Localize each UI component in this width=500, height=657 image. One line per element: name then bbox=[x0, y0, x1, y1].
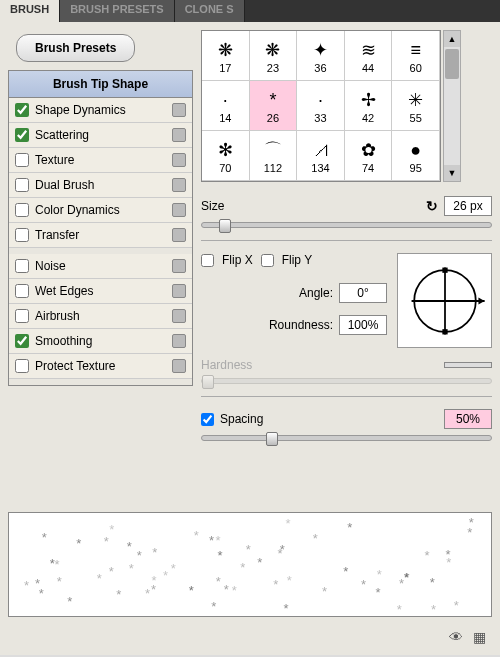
angle-widget[interactable] bbox=[397, 253, 492, 348]
swatch-glyph-icon: ≡ bbox=[410, 38, 421, 62]
spacing-slider[interactable] bbox=[201, 435, 492, 441]
spacing-input[interactable]: 50% bbox=[444, 409, 492, 429]
brush-tip-shape-header[interactable]: Brush Tip Shape bbox=[9, 71, 192, 98]
tab-brush[interactable]: BRUSH bbox=[0, 0, 60, 22]
swatch-size: 55 bbox=[410, 112, 422, 124]
brush-swatch[interactable]: ✻70 bbox=[202, 131, 250, 181]
brush-swatch[interactable]: ·33 bbox=[297, 81, 345, 131]
lock-icon[interactable] bbox=[172, 359, 186, 373]
brush-swatch[interactable]: ≋44 bbox=[345, 31, 393, 81]
swatch-glyph-icon: * bbox=[269, 88, 276, 112]
preview-dot: * bbox=[397, 602, 402, 617]
option-checkbox[interactable] bbox=[15, 284, 29, 298]
preview-dot: * bbox=[129, 561, 134, 576]
option-label: Wet Edges bbox=[35, 284, 93, 298]
lock-icon[interactable] bbox=[172, 309, 186, 323]
option-label: Color Dynamics bbox=[35, 203, 120, 217]
brush-swatch-grid[interactable]: ❋17❋23✦36≋44≡60·14*26·33✢42✳55✻70⌒112⩘13… bbox=[201, 30, 441, 182]
tab-clone-source[interactable]: CLONE S bbox=[175, 0, 245, 22]
lock-icon[interactable] bbox=[172, 259, 186, 273]
scroll-thumb[interactable] bbox=[445, 49, 459, 79]
swatch-glyph-icon: ✦ bbox=[313, 38, 328, 62]
roundness-label: Roundness: bbox=[269, 318, 333, 332]
lock-icon[interactable] bbox=[172, 284, 186, 298]
option-dual-brush[interactable]: Dual Brush bbox=[9, 173, 192, 198]
brush-swatch[interactable]: ❋23 bbox=[250, 31, 298, 81]
option-smoothing[interactable]: Smoothing bbox=[9, 329, 192, 354]
swatch-scrollbar[interactable]: ▲ ▼ bbox=[443, 30, 461, 182]
roundness-input[interactable]: 100% bbox=[339, 315, 387, 335]
preview-dot: * bbox=[97, 571, 102, 586]
reset-size-icon[interactable]: ↻ bbox=[426, 198, 438, 214]
preview-dot: * bbox=[55, 557, 60, 572]
lock-icon[interactable] bbox=[172, 153, 186, 167]
option-checkbox[interactable] bbox=[15, 228, 29, 242]
option-checkbox[interactable] bbox=[15, 103, 29, 117]
option-protect-texture[interactable]: Protect Texture bbox=[9, 354, 192, 379]
size-input[interactable]: 26 px bbox=[444, 196, 492, 216]
lock-icon[interactable] bbox=[172, 203, 186, 217]
swatch-size: 14 bbox=[219, 112, 231, 124]
flip-y-checkbox[interactable] bbox=[261, 254, 274, 267]
brush-swatch[interactable]: ·14 bbox=[202, 81, 250, 131]
option-scattering[interactable]: Scattering bbox=[9, 123, 192, 148]
swatch-glyph-icon: ✢ bbox=[361, 88, 376, 112]
tab-brush-presets[interactable]: BRUSH PRESETS bbox=[60, 0, 175, 22]
option-checkbox[interactable] bbox=[15, 309, 29, 323]
lock-icon[interactable] bbox=[172, 334, 186, 348]
swatch-size: 23 bbox=[267, 62, 279, 74]
brush-swatch[interactable]: ⩘134 bbox=[297, 131, 345, 181]
option-checkbox[interactable] bbox=[15, 203, 29, 217]
new-preset-icon[interactable]: ▦ bbox=[473, 629, 486, 645]
brush-swatch[interactable]: ≡60 bbox=[392, 31, 440, 81]
preview-dot: * bbox=[76, 536, 81, 551]
preview-dot: * bbox=[454, 598, 459, 613]
preview-dot: * bbox=[116, 587, 121, 602]
swatch-glyph-icon: ⌒ bbox=[264, 138, 282, 162]
preview-dot: * bbox=[375, 585, 380, 600]
option-texture[interactable]: Texture bbox=[9, 148, 192, 173]
option-shape-dynamics[interactable]: Shape Dynamics bbox=[9, 98, 192, 123]
option-color-dynamics[interactable]: Color Dynamics bbox=[9, 198, 192, 223]
option-checkbox[interactable] bbox=[15, 153, 29, 167]
option-checkbox[interactable] bbox=[15, 128, 29, 142]
preview-toggle-icon[interactable]: 👁 bbox=[449, 629, 463, 645]
brush-swatch[interactable]: ✦36 bbox=[297, 31, 345, 81]
brush-swatch[interactable]: ●95 bbox=[392, 131, 440, 181]
preview-dot: * bbox=[50, 556, 55, 571]
preview-dot: * bbox=[232, 583, 237, 598]
brush-swatch[interactable]: ✿74 bbox=[345, 131, 393, 181]
preview-dot: * bbox=[424, 548, 429, 563]
option-checkbox[interactable] bbox=[15, 334, 29, 348]
brush-presets-button[interactable]: Brush Presets bbox=[16, 34, 135, 62]
option-checkbox[interactable] bbox=[15, 178, 29, 192]
option-airbrush[interactable]: Airbrush bbox=[9, 304, 192, 329]
option-noise[interactable]: Noise bbox=[9, 254, 192, 279]
preview-dot: * bbox=[216, 574, 221, 589]
preview-dot: * bbox=[189, 583, 194, 598]
scroll-up-icon[interactable]: ▲ bbox=[444, 31, 460, 47]
brush-swatch[interactable]: *26 bbox=[250, 81, 298, 131]
size-slider[interactable] bbox=[201, 222, 492, 228]
brush-swatch[interactable]: ❋17 bbox=[202, 31, 250, 81]
lock-icon[interactable] bbox=[172, 228, 186, 242]
option-checkbox[interactable] bbox=[15, 259, 29, 273]
brush-swatch[interactable]: ✳55 bbox=[392, 81, 440, 131]
option-checkbox[interactable] bbox=[15, 359, 29, 373]
flip-x-checkbox[interactable] bbox=[201, 254, 214, 267]
lock-icon[interactable] bbox=[172, 103, 186, 117]
scroll-down-icon[interactable]: ▼ bbox=[444, 165, 460, 181]
preview-dot: * bbox=[218, 548, 223, 563]
brush-swatch[interactable]: ⌒112 bbox=[250, 131, 298, 181]
spacing-checkbox[interactable] bbox=[201, 413, 214, 426]
preview-dot: * bbox=[42, 530, 47, 545]
option-transfer[interactable]: Transfer bbox=[9, 223, 192, 248]
lock-icon[interactable] bbox=[172, 128, 186, 142]
swatch-size: 60 bbox=[410, 62, 422, 74]
option-wet-edges[interactable]: Wet Edges bbox=[9, 279, 192, 304]
angle-input[interactable]: 0° bbox=[339, 283, 387, 303]
swatch-size: 42 bbox=[362, 112, 374, 124]
lock-icon[interactable] bbox=[172, 178, 186, 192]
brush-swatch[interactable]: ✢42 bbox=[345, 81, 393, 131]
preview-dot: * bbox=[35, 576, 40, 591]
